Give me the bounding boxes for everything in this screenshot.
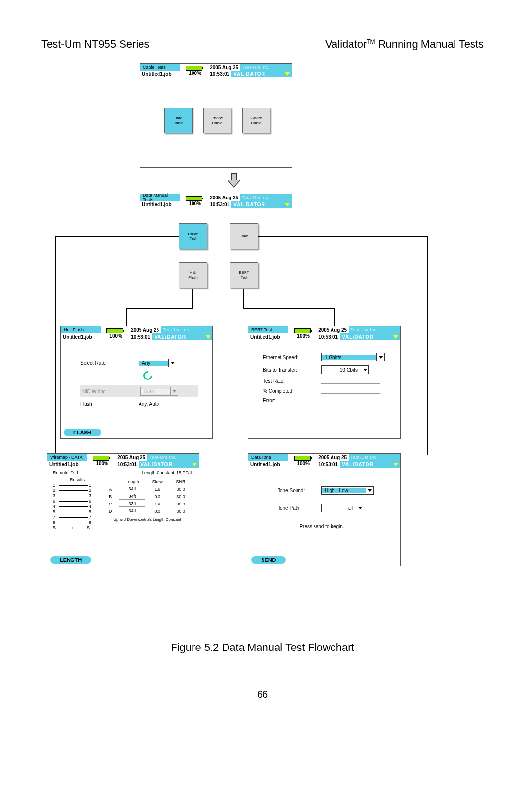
tone-sound-dropdown[interactable]: High - Low [321, 486, 374, 495]
page-header: Test-Um NT955 Series ValidatorTM Running… [41, 38, 484, 53]
tile-tone[interactable]: Tone [230, 223, 258, 249]
battery-icon [186, 66, 202, 71]
screen-cable-tests: Cable Tests Untitled1.job 100% 2005 Aug … [140, 63, 292, 168]
job-name: Untitled1.job [140, 72, 172, 77]
screen-hub-flash: Hub Flash Untitled1.job 100% 2005 Aug 25… [60, 326, 213, 439]
tone-path-dropdown[interactable]: all [321, 504, 364, 512]
flowchart-arrow [226, 173, 242, 189]
titlebar: Data Manual Tests Untitled1.job 100% 200… [140, 194, 292, 208]
screen-title: Cable Tests [143, 65, 166, 70]
battery-pct: 100% [189, 71, 201, 76]
pct-completed-value [321, 388, 380, 394]
col-results: Results [53, 477, 102, 482]
header-right: ValidatorTM Running Manual Tests [325, 38, 484, 51]
screen-title: BERT Test [251, 327, 272, 332]
bits-transfer-dropdown[interactable]: 10 Gbits [321, 365, 369, 374]
wiremap-table: Length Skew SNR A34ft1.630.0B34ft0.030.0… [102, 477, 193, 515]
screen-bert-test: BERT Test Untitled1.job 100% 2005 Aug 25… [248, 326, 401, 439]
tone-sound-label: Tone Sound: [278, 488, 321, 493]
tile-hub-flash[interactable]: Hub Flash [179, 262, 207, 288]
page-number: 66 [0, 689, 525, 700]
figure-caption: Figure 5.2 Data Manual Test Flowchart [0, 641, 525, 654]
length-button[interactable]: LENGTH [50, 556, 91, 564]
tone-message: Press send to begin. [258, 524, 385, 529]
tile-bert-test[interactable]: BERT Test [230, 262, 258, 288]
flash-button[interactable]: FLASH [64, 429, 101, 436]
titlebar: Data Tone Untitled1.job 100% 2005 Aug 25… [248, 454, 400, 468]
ethernet-speed-label: Ethernet Speed: [263, 355, 321, 360]
tile-2wire-cable[interactable]: 2-Wire Cable [242, 108, 270, 133]
test-rate-value [321, 378, 380, 384]
select-rate-dropdown[interactable]: Any [139, 359, 176, 367]
flash-value: Any, Auto [139, 401, 159, 407]
flash-label: Flash [80, 401, 139, 407]
screen-data-tone: Data Tone Untitled1.job 100% 2005 Aug 25… [248, 453, 401, 566]
length-constant-label: Length Constant: 15 PF/ft. [142, 470, 193, 475]
screen-title: Wiremap - DATA [50, 455, 83, 460]
test-rate-label: Test Rate: [263, 379, 321, 384]
error-label: Error: [263, 398, 321, 403]
screen-title: Hub Flash [64, 327, 84, 332]
ethernet-speed-dropdown[interactable]: 1 Gbit/s [321, 353, 385, 361]
bits-transfer-label: Bits to Transfer: [263, 367, 321, 373]
wiremap-note: Up and Down controls Length Constant [102, 517, 193, 522]
tone-path-label: Tone Path: [278, 505, 321, 511]
nic-wiring-label: NIC Wiring: [82, 389, 140, 394]
screen-title: Data Tone [251, 455, 271, 460]
spinner-icon [141, 369, 154, 381]
titlebar: BERT Test Untitled1.job 100% 2005 Aug 25… [248, 326, 400, 340]
tile-phone-cable[interactable]: Phone Cable [203, 108, 231, 133]
battery-icon [186, 196, 202, 201]
error-value [321, 397, 380, 403]
select-rate-label: Select Rate: [80, 361, 139, 366]
pct-completed-label: % Completed: [263, 388, 321, 394]
screen-data-manual-tests: Data Manual Tests Untitled1.job 100% 200… [140, 194, 292, 308]
dropdown-icon[interactable] [285, 203, 290, 206]
titlebar: Wiremap - DATA Untitled1.job 100% 2005 A… [47, 454, 199, 468]
send-button[interactable]: SEND [251, 556, 286, 564]
date-text: 2005 Aug 25 [210, 65, 238, 70]
dropdown-icon[interactable] [285, 72, 290, 76]
remote-id-label: Remote ID: 1 [53, 470, 79, 475]
titlebar: Cable Tests Untitled1.job 100% 2005 Aug … [140, 64, 292, 77]
screen-wiremap-data: Wiremap - DATA Untitled1.job 100% 2005 A… [47, 453, 199, 566]
header-left: Test-Um NT955 Series [41, 38, 150, 51]
titlebar: Hub Flash Untitled1.job 100% 2005 Aug 25… [61, 326, 212, 340]
time-text: 10:53:01 [210, 72, 229, 77]
nic-wiring-dropdown: Auto [140, 387, 178, 396]
tile-data-cable[interactable]: Data Cable [164, 108, 192, 133]
tile-cable-test[interactable]: Cable Test [179, 223, 207, 249]
chevron-down-icon [171, 362, 175, 364]
